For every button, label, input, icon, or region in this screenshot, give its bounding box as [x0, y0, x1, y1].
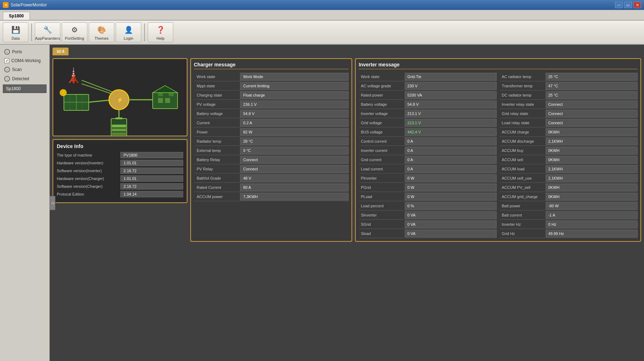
toolbar-help-button[interactable]: ❓ Help [148, 22, 173, 42]
sidebar-item-detected[interactable]: ○ Detected [1, 75, 48, 83]
charger-row-label: Radiator temp [194, 138, 240, 144]
restore-button[interactable]: ▭ [624, 2, 632, 8]
charger-data-row: Rated Current 80 A [194, 183, 349, 192]
toolbar-login-label: Login [124, 36, 133, 40]
charger-data-row: Work state Work Mode [194, 72, 349, 81]
panels-row: Charger message Work state Work Mode Mpp… [190, 58, 641, 245]
charger-data-row: PV voltage 236.1 V [194, 100, 349, 109]
inverter-row-label: Batt current [500, 212, 546, 218]
login-icon: 👤 [123, 24, 134, 35]
svg-text:⚡: ⚡ [116, 97, 124, 103]
svg-rect-23 [112, 132, 126, 135]
charger-data-row: Battery voltage 54.8 V [194, 109, 349, 118]
inverter-row-value: -1 A [546, 211, 638, 219]
inverter-row-label: BUS voltage [359, 129, 405, 135]
inverter-row-value: Grid-Tie [405, 73, 497, 81]
content-tab[interactable]: Id:4 [53, 48, 69, 55]
data-icon: 💾 [10, 24, 21, 35]
inverter-data-row: ACCUM discharge 2,1KWH [500, 137, 638, 146]
inverter-row-label: Rated power [359, 92, 405, 98]
charger-row-value: 28 °C [240, 137, 349, 145]
toolbar-portsetting-button[interactable]: ⚙ PortSetting [62, 22, 87, 42]
inverter-row-label: ACCUM self_use [500, 175, 546, 181]
inverter-row-value: 2,1KWH [546, 137, 638, 145]
inverter-row-value: 213.1 V [405, 119, 497, 127]
toolbar-themes-button[interactable]: 🎨 Themes [89, 22, 114, 42]
inverter-row-label: Grid Hz [500, 230, 546, 237]
inverter-col-left: Work state Grid-Tie AC voltage grade 230… [359, 72, 497, 238]
toolbar-login-button[interactable]: 👤 Login [116, 22, 141, 42]
inverter-data-row: Inverter relay state Connect [500, 100, 638, 109]
charger-row-label: Power [194, 129, 240, 135]
charger-data-row: Charging state Float charge [194, 91, 349, 100]
charger-message-title: Charger message [194, 62, 349, 69]
sidebar-com4-label: COM4-Working [11, 58, 40, 63]
inverter-row-label: ACCUM buy [500, 147, 546, 154]
inverter-row-label: Inverter current [359, 147, 405, 154]
inverter-row-label: Load percent [359, 203, 405, 209]
title-bar-left: ☀ SolarPowerMonitor [3, 2, 47, 8]
close-button[interactable]: ✕ [633, 2, 641, 8]
sidebar-collapse-button[interactable]: ◁ [50, 196, 55, 210]
charger-data-row: PV Relay Connect [194, 164, 349, 174]
inverter-row-value: 0 W [405, 193, 497, 201]
device-info-label: Software version(Charger) [57, 184, 119, 188]
inverter-data-row: Load percent 0 % [359, 201, 497, 210]
inverter-data-row: Grid Hz 49.99 Hz [500, 229, 638, 238]
charger-row-value: 80 A [240, 184, 349, 191]
device-info-row: Hardware version(Inverter) 1.01.01 [57, 160, 183, 166]
inverter-row-label: Battery voltage [359, 101, 405, 108]
charger-row-value: Current limiting [240, 82, 349, 90]
inverter-data-row: ACCUM load 2,1KWH [500, 164, 638, 174]
inverter-row-value: 230 V [405, 82, 497, 90]
sidebar-item-scan[interactable]: ○ Scan [1, 65, 48, 74]
toolbar: 💾 Data 🔧 AppParamters ⚙ PortSetting 🎨 Th… [0, 21, 644, 45]
inverter-row-value: 0KWH [546, 156, 638, 164]
content-wrapper: 🗼 ☀ [53, 58, 641, 361]
toolbar-data-button[interactable]: 💾 Data [3, 22, 28, 42]
inverter-row-label: Grid current [359, 157, 405, 163]
svg-rect-24 [115, 117, 122, 119]
inverter-data-row: Inverter Hz 0 Hz [500, 220, 638, 229]
toolbar-separator-2 [144, 23, 145, 41]
detected-icon: ○ [4, 76, 10, 82]
minimize-button[interactable]: ─ [615, 2, 623, 8]
inverter-row-value: 49.99 Hz [546, 230, 638, 237]
com4-checkbox[interactable]: ✓ [4, 58, 9, 63]
inverter-row-value: 0 A [405, 147, 497, 154]
tab-sp1800[interactable]: Sp1800 [3, 12, 30, 20]
sidebar-item-ports[interactable]: ○ Ports [1, 48, 48, 56]
svg-rect-18 [169, 93, 174, 96]
svg-rect-15 [158, 98, 163, 103]
charger-row-value: Connect [240, 156, 349, 164]
help-icon: ❓ [155, 24, 166, 35]
inverter-row-value: 47 °C [546, 82, 638, 90]
inverter-row-label: SInverter [359, 212, 405, 218]
inverter-data-row: AC radiator temp 25 °C [500, 72, 638, 81]
device-info-row: The type of machine PV1800 [57, 152, 183, 158]
inverter-row-value: 0 A [405, 156, 497, 164]
sidebar: ○ Ports ✓ COM4-Working ○ Scan ○ Detected… [0, 45, 50, 361]
sidebar-item-sp1800[interactable]: Sp1800 [3, 84, 47, 93]
sidebar-item-com4[interactable]: ✓ COM4-Working [1, 57, 48, 65]
inverter-data-row: Grid relay state Connect [500, 109, 638, 118]
toolbar-appparamters-button[interactable]: 🔧 AppParamters [35, 22, 60, 42]
inverter-data-row: Sload 0 VA [359, 229, 497, 238]
inverter-data-row: SGrid 0 VA [359, 220, 497, 229]
device-info-label: Protocal Edition [57, 192, 119, 196]
inverter-data-row: Rated power 5200 VA [359, 91, 497, 100]
inverter-data-row: AC voltage grade 230 V [359, 81, 497, 91]
inverter-row-label: PLoad [359, 193, 405, 200]
inverter-message-title: Inverter message [359, 62, 638, 69]
inverter-data-row: BUS voltage 442.4 V [359, 127, 497, 137]
inverter-row-label: AC voltage grade [359, 83, 405, 89]
toolbar-portsetting-label: PortSetting [65, 36, 84, 40]
themes-icon: 🎨 [96, 24, 107, 35]
inverter-data-row: Grid voltage 213.1 V [359, 118, 497, 127]
inverter-row-label: PInverter [359, 175, 405, 181]
svg-rect-22 [112, 128, 126, 131]
charger-data-row: ACCUM power 7,3KWH [194, 192, 349, 201]
inverter-row-value: 2,1KWH [546, 165, 638, 173]
charger-data-row: Power 82 W [194, 127, 349, 137]
device-info-label: Hardware version(Inverter) [57, 161, 119, 165]
